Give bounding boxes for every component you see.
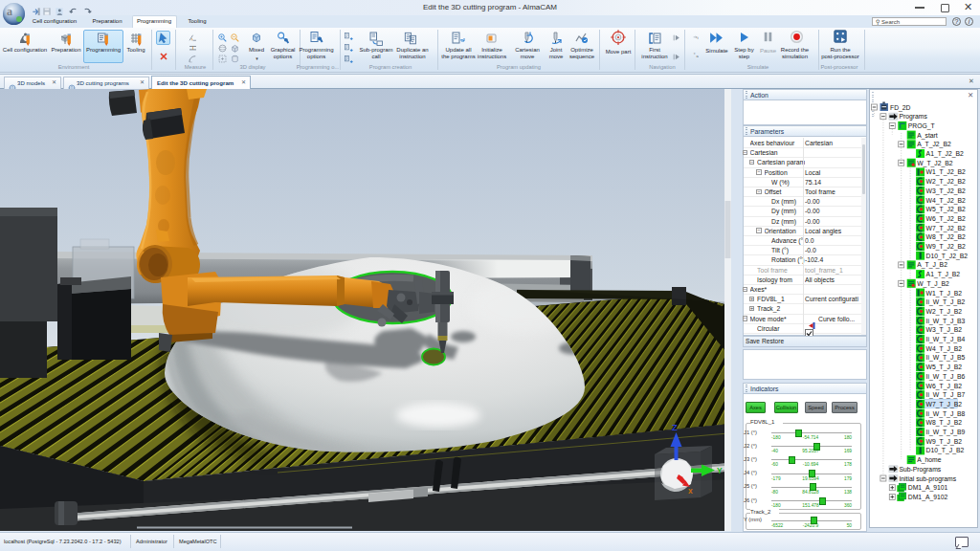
svg-text:A_T_J2_B2: A_T_J2_B2 <box>917 141 951 148</box>
svg-text:W5_T_J_B2: W5_T_J_B2 <box>926 364 963 371</box>
svg-text:W7_T_J2_B2: W7_T_J2_B2 <box>926 225 966 232</box>
svg-text:W9_T_J2_B2: W9_T_J2_B2 <box>926 243 966 251</box>
svg-text:Z: Z <box>672 422 678 432</box>
svg-text:*: * <box>694 53 696 57</box>
svg-text:Ii_W_T_J_B6: Ii_W_T_J_B6 <box>926 373 966 381</box>
svg-text:A_start: A_start <box>917 132 938 140</box>
svg-text:W1_T_J_B2: W1_T_J_B2 <box>926 290 963 298</box>
svg-text:Y: Y <box>717 466 723 475</box>
svg-text:W4_T_J2_B2: W4_T_J2_B2 <box>926 197 966 205</box>
svg-text:W3_T_J_B2: W3_T_J_B2 <box>926 326 963 334</box>
svg-text:W1_T_J2_B2: W1_T_J2_B2 <box>926 168 966 176</box>
svg-text:Ii_W_T_J_B3: Ii_W_T_J_B3 <box>926 318 966 325</box>
svg-text:Sub-Programs: Sub-Programs <box>899 466 941 474</box>
svg-text:W5_T_J2_B2: W5_T_J2_B2 <box>926 206 966 213</box>
svg-text:Ii_W_T_J_B8: Ii_W_T_J_B8 <box>926 410 966 418</box>
svg-text:W7_T_J_B2: W7_T_J_B2 <box>926 401 963 408</box>
svg-text:W6_T_J_B2: W6_T_J_B2 <box>926 383 963 390</box>
svg-text:Ii_W_T_J_B2: Ii_W_T_J_B2 <box>926 298 966 306</box>
svg-text:Programs: Programs <box>899 113 927 121</box>
svg-text:x: x <box>688 486 693 496</box>
svg-text:A1_T_J_B2: A1_T_J_B2 <box>926 271 961 278</box>
svg-text:W4_T_J_B2: W4_T_J_B2 <box>926 345 963 353</box>
svg-text:W2_T_J2_B2: W2_T_J2_B2 <box>926 178 966 186</box>
svg-text:A_T_J_B2: A_T_J_B2 <box>917 261 947 269</box>
svg-text:Initial sub-programs: Initial sub-programs <box>899 475 956 483</box>
svg-text:DM1_A_9101: DM1_A_9101 <box>908 484 948 492</box>
svg-text:DM1_A_9102: DM1_A_9102 <box>908 494 948 501</box>
svg-text:W_T_J2_B2: W_T_J2_B2 <box>917 160 953 167</box>
svg-text:Ii_W_T_J_B7: Ii_W_T_J_B7 <box>926 391 966 399</box>
svg-text:W9_T_J_B2: W9_T_J_B2 <box>926 438 963 446</box>
svg-text:Ii_W_T_J_B4: Ii_W_T_J_B4 <box>926 336 966 343</box>
svg-text:FD_2D: FD_2D <box>890 104 911 112</box>
svg-text:W6_T_J2_B2: W6_T_J2_B2 <box>926 215 966 223</box>
svg-text:D10_T_J_B2: D10_T_J_B2 <box>926 447 965 454</box>
svg-text:A_home: A_home <box>917 456 942 464</box>
svg-text:D10_T_J2_B2: D10_T_J2_B2 <box>926 253 969 260</box>
svg-text:W8_T_J_B2: W8_T_J_B2 <box>926 419 963 427</box>
svg-text:W2_T_J_B2: W2_T_J_B2 <box>926 308 963 316</box>
svg-text:W_T_J_B2: W_T_J_B2 <box>917 280 949 288</box>
svg-text:t: t <box>698 35 700 40</box>
svg-text:W3_T_J2_B2: W3_T_J2_B2 <box>926 187 966 195</box>
svg-text:Ii_W_T_J_B5: Ii_W_T_J_B5 <box>926 354 966 362</box>
svg-text:W8_T_J2_B2: W8_T_J2_B2 <box>926 233 966 241</box>
svg-text:PROG_T: PROG_T <box>908 122 935 130</box>
svg-text:Ii_W_T_J_B9: Ii_W_T_J_B9 <box>926 429 966 436</box>
svg-text:A1_T_J2_B2: A1_T_J2_B2 <box>926 150 965 158</box>
